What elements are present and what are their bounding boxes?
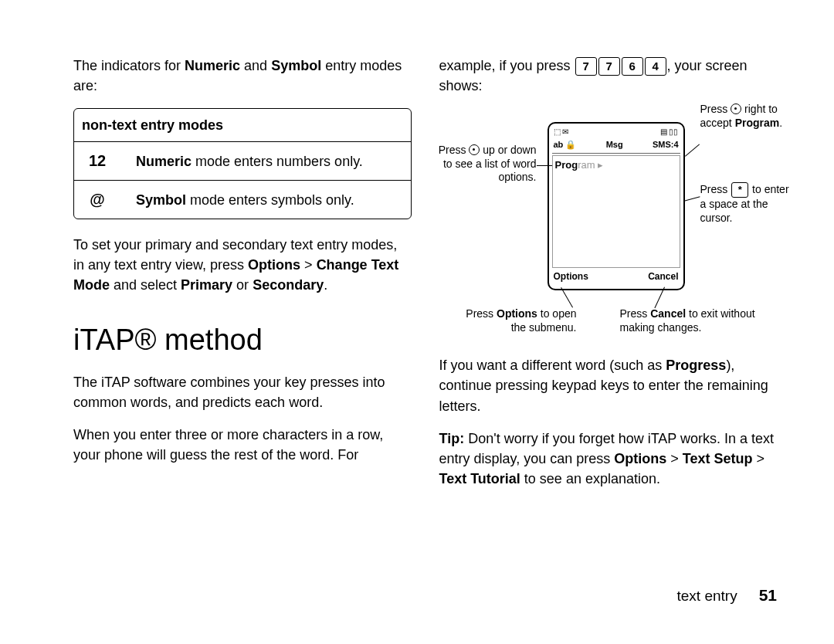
leader-line [561,287,573,307]
softkey-cancel: Cancel [648,270,678,283]
tip-label: Tip: [439,431,465,446]
leader-line [654,287,665,309]
softkey-options: Options [554,270,588,283]
key-7: 7 [598,57,620,76]
status-bar: ⬚ ✉ ▤ ▯▯ [552,127,680,139]
annot-space: Press * to enter a space at the cursor. [700,182,793,225]
row-desc: Numeric mode enters numbers only. [136,151,403,171]
symbol-label: Symbol [271,58,321,73]
text: The indicators for [73,58,185,73]
nav-icon [731,103,741,114]
tip-paragraph: Tip: Don't worry if you forget how iTAP … [439,429,778,489]
phone-screen: ⬚ ✉ ▤ ▯▯ ab 🔒 Msg SMS:4 Program ▸ [548,122,685,290]
text: and [240,58,271,73]
itap-heading: iTAP® method [73,319,412,361]
annot-word-options: Press up or down to see a list of word o… [436,143,537,185]
nav-icon [469,144,480,155]
set-modes-instruction: To set your primary and secondary text e… [73,235,412,295]
key-4: 4 [645,57,666,76]
mode-indicator: ab 🔒 [554,139,577,153]
title-bar: ab 🔒 Msg SMS:4 [552,139,680,154]
indicators-intro: The indicators for Numeric and Symbol en… [73,56,412,96]
itap-desc-2: When you enter three or more characters … [73,425,412,465]
numeric-icon: 12 [82,150,113,172]
row-desc: Symbol mode enters symbols only. [136,190,403,210]
two-column-layout: The indicators for Numeric and Symbol en… [73,56,777,501]
leader-line [683,197,700,202]
page-footer: text entry 51 [676,584,777,607]
different-word-paragraph: If you want a different word (such as Pr… [439,355,778,415]
key-7: 7 [575,57,597,76]
leader-line [685,144,700,157]
screen-title: Msg [606,139,623,153]
table-header: non-text entry modes [74,109,411,142]
phone-figure: ⬚ ✉ ▤ ▯▯ ab 🔒 Msg SMS:4 Program ▸ [439,108,778,340]
predicted-word: Program ▸ [555,159,604,171]
symbol-icon: @ [82,188,113,211]
key-star: * [731,182,748,198]
counter: SMS:4 [653,139,679,153]
left-column: The indicators for Numeric and Symbol en… [73,56,412,501]
text-area: Program ▸ [552,155,680,268]
softkeys: Options Cancel [552,268,680,283]
right-column: example, if you press 7764, your screen … [439,56,778,501]
numeric-label: Numeric [185,58,240,73]
annot-accept: Press right to accept Program. [700,102,785,130]
page: The indicators for Numeric and Symbol en… [0,0,834,644]
leader-line [537,165,552,166]
page-number: 51 [759,584,777,607]
status-icons-right: ▤ ▯▯ [660,127,679,139]
annot-cancel: Press Cancel to exit without making chan… [620,307,778,334]
annot-options: Press Options to open the submenu. [461,307,577,334]
table-row: 12 Numeric mode enters numbers only. [74,142,411,181]
section-name: text entry [676,585,737,607]
itap-desc-1: The iTAP software combines your key pres… [73,372,412,412]
example-intro: example, if you press 7764, your screen … [439,56,778,96]
non-text-modes-table: non-text entry modes 12 Numeric mode ent… [73,108,412,219]
table-row: @ Symbol mode enters symbols only. [74,181,411,219]
key-6: 6 [622,57,643,76]
status-icons-left: ⬚ ✉ [554,127,569,139]
